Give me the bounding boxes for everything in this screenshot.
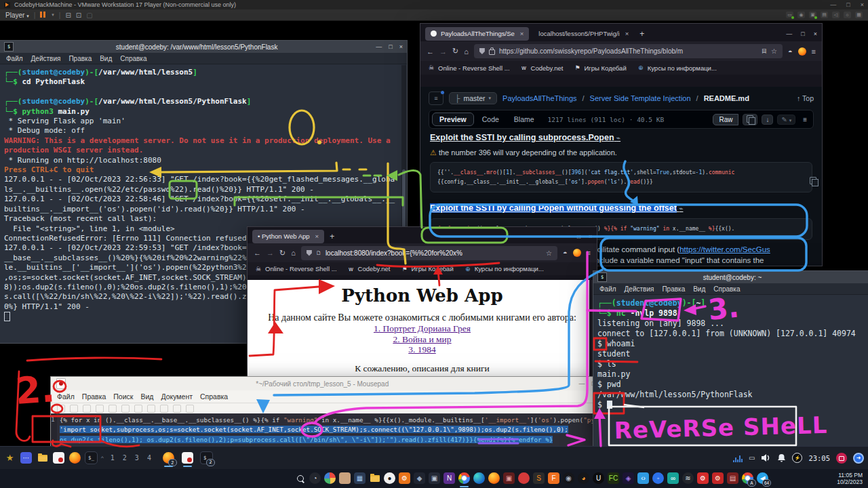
portrait-app-icon[interactable] [339,472,351,484]
menu-item-1[interactable]: Файл [57,392,75,401]
app-grid-icon[interactable]: ⋯ [20,452,32,464]
url-bar[interactable]: https://github.com/swisskyrepo/PayloadsA… [474,44,783,58]
fullscreen-button[interactable]: ⊡ [76,12,81,19]
tab-blame[interactable]: Blame [507,113,541,125]
menu-item-5[interactable]: Документ [161,392,193,401]
book-link[interactable]: 2. Война и мир [248,334,597,345]
bookmark-item[interactable]: ☠Online - Reverse Shell ... [428,64,510,72]
book-link[interactable]: 1. Портрет Дориана Грея [248,323,597,334]
cut-icon[interactable] [160,405,168,413]
home-button[interactable]: ⌂ [291,249,296,257]
vmware-app-icon[interactable]: ▣ [429,472,440,484]
devices-button[interactable]: ⊟ [65,12,71,19]
toolbox-app-icon[interactable]: ▤ [727,472,738,484]
vm-clock[interactable]: 23:05 [808,454,830,462]
printer-device-icon[interactable]: ▦ [855,12,863,18]
notifications-bell-icon[interactable] [777,453,786,462]
red-gear-app-icon[interactable]: ⚙ [697,472,709,484]
open-icon[interactable] [70,405,78,413]
menu-item-1[interactable]: Файл [6,55,23,62]
mousepad-minimize-button[interactable]: — [579,380,585,387]
obsidian-app-icon[interactable]: ● [384,472,395,484]
explorer-icon[interactable] [369,472,380,484]
webapp-win-close-button[interactable]: × [589,233,592,240]
display-device-icon[interactable]: ▭ [786,12,793,18]
pocket-icon[interactable]: ◓ [788,47,793,56]
bird-app-icon[interactable]: ≋ [682,472,694,484]
red-gear2-app-icon[interactable]: ⚙ [712,472,724,484]
screen-lock-icon[interactable] [836,453,847,464]
disk-device-icon[interactable]: ▤ [821,12,828,18]
download-button[interactable]: ↓ [762,115,773,125]
vscode-app-icon[interactable]: ‹› [637,472,649,484]
breadcrumb-section[interactable]: Server Side Template Injection [590,94,691,102]
reload-icon[interactable] [108,405,117,413]
tab-python-web-app[interactable]: • Python Web App× [252,230,324,243]
copy-icon[interactable] [173,405,181,413]
find-icon[interactable] [186,405,194,413]
app-menu-button[interactable]: ≡ [587,249,591,257]
heading-subprocess-popen[interactable]: Exploit the SSTI by calling subprocess.P… [430,133,812,142]
anchor-link-icon[interactable]: ⌁ [616,134,620,142]
terminal1-maximize-button[interactable]: □ [389,43,392,50]
logout-icon[interactable]: ➜ [853,453,864,464]
network-graph-icon[interactable] [733,454,743,462]
bookmark-item[interactable]: wCodeby.net [348,265,391,272]
menu-item-4[interactable]: Вид [693,285,705,293]
forward-button[interactable]: → [267,249,274,257]
tab-close-icon[interactable]: × [520,30,524,37]
sublime-app-icon[interactable]: S [533,472,545,484]
tab-code[interactable]: Code [475,113,506,125]
calendar-app-icon[interactable]: ▦ [354,472,366,484]
bookmark-star-icon[interactable]: ☆ [546,249,552,257]
start-button[interactable] [279,472,291,484]
workspace-switcher[interactable]: 1 2 3 4 [111,454,153,462]
webapp-win-minimize-button[interactable]: — [563,233,569,240]
menu-item-1[interactable]: Файл [599,285,616,293]
raw-button[interactable]: Raw [713,114,738,125]
branch-selector[interactable]: ├master▾ [449,92,497,104]
reload-button[interactable]: ↻ [279,249,285,258]
home-button[interactable]: ⌂ [464,47,469,56]
tab-payloadsallthethings[interactable]: PayloadsAllTheThings/Se× [425,27,529,41]
new-tab-button[interactable]: + [330,232,334,241]
red-app-icon[interactable]: ▣ [503,472,515,484]
suspend-caret[interactable]: ▾ [52,12,54,18]
terminal-launcher-icon[interactable]: $_ [85,452,97,464]
menu-item-3[interactable]: Правка [68,55,92,62]
windows-clock[interactable]: 11:05 PM 10/2/2023 [837,472,863,485]
webapp-win-maximize-button[interactable]: □ [577,233,580,240]
terminal-running-icon[interactable]: $_2 [201,452,212,464]
shield-icon[interactable] [307,250,312,256]
onenote-app-icon[interactable]: N [443,472,455,484]
book-link[interactable]: 3. 1984 [248,344,597,355]
visual-studio-app-icon[interactable]: ◈ [623,472,634,484]
back-button[interactable]: ← [427,47,434,56]
forward-button[interactable]: → [439,47,447,56]
menu-item-2[interactable]: Правка [82,392,106,401]
menu-item-3[interactable]: Правка [662,285,685,293]
chrome-app-icon[interactable] [458,472,470,484]
firefox-app-icon[interactable] [488,472,500,484]
file-manager-icon[interactable] [37,452,48,464]
reader-view-icon[interactable]: 目 [762,47,767,55]
orange-gear-app-icon[interactable]: ⚙ [399,472,410,484]
vmware-close-button[interactable]: × [861,1,864,8]
redo-icon[interactable] [147,405,155,413]
github-win-close-button[interactable]: × [814,30,817,37]
save-as-icon[interactable] [96,405,104,413]
mousepad-launcher-icon[interactable] [53,452,64,464]
diamond-app-icon[interactable]: ◆ [414,472,425,484]
undo-icon[interactable] [134,405,142,413]
mousepad-titlebar[interactable]: *~/Рабочий стол/tmp_lesson_5 - Mousepad … [51,377,601,390]
tab-preview[interactable]: Preview [432,113,474,126]
maps-pin-app-icon[interactable]: ◦ [652,472,664,484]
vmware-minimize-button[interactable]: — [830,1,836,8]
bookmark-item[interactable]: ⚑Игры Кодебай [574,64,627,72]
player-menu[interactable]: Player ▾ [5,12,29,19]
power-manager-icon[interactable]: ⚡ [792,453,802,463]
bookmark-item[interactable]: ⊕Курсы по информаци... [465,265,544,272]
search-button[interactable] [294,472,306,484]
fc-app-icon[interactable]: FC [608,472,619,484]
code-block-subprocess[interactable]: {{''.__class__.mro()[1].__subclasses__()… [430,162,812,192]
